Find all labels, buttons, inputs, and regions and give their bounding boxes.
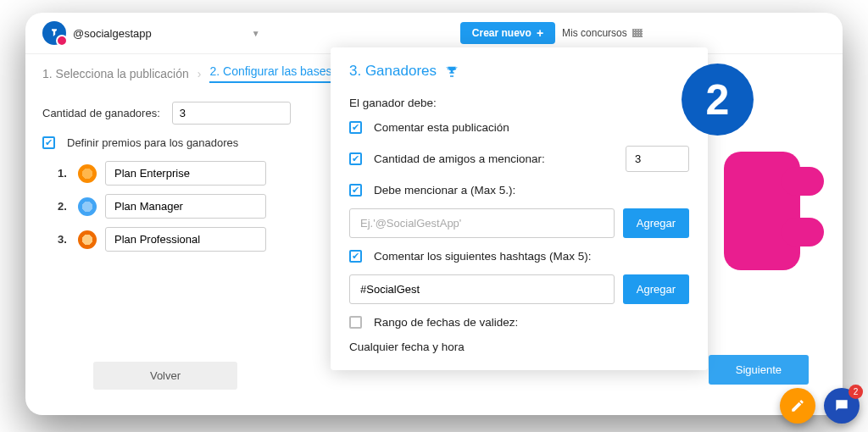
medal-bronze-icon <box>78 230 97 249</box>
grid-icon <box>632 29 643 37</box>
opt-label: Cantidad de amigos a mencionar: <box>374 152 614 165</box>
winners-config: Cantidad de ganadores: Definir premios p… <box>42 102 297 390</box>
app-window: @socialgestapp ▼ Crear nuevo + Mis concu… <box>25 13 843 415</box>
hashtag-input-row: Agregar <box>349 274 689 304</box>
opt-hashtags[interactable]: Comentar los siguientes hashtags (Max 5)… <box>349 250 689 263</box>
trophy-icon <box>445 64 459 78</box>
prize-position: 2. <box>58 200 70 213</box>
back-button[interactable]: Volver <box>93 362 237 390</box>
plus-icon: + <box>537 27 543 39</box>
decorative-shape <box>724 152 800 270</box>
opt-label: Debe mencionar a (Max 5.): <box>374 184 689 197</box>
checkbox-icon[interactable] <box>349 250 362 263</box>
mention-input-row: Agregar <box>349 208 689 238</box>
prize-position: 1. <box>58 167 70 180</box>
friends-count-input[interactable] <box>626 146 689 172</box>
define-prizes-row[interactable]: Definir premios para los ganadores <box>42 136 297 149</box>
prize-name-input[interactable] <box>105 227 266 252</box>
opt-comment-post[interactable]: Comentar esta publicación <box>349 121 689 134</box>
pencil-icon <box>790 398 805 413</box>
winners-qty-input[interactable] <box>172 102 291 125</box>
opt-label: Rango de fechas de validez: <box>374 316 689 329</box>
checkbox-icon[interactable] <box>349 152 362 165</box>
prize-row: 2. <box>58 194 297 219</box>
opt-friends-count: Cantidad de amigos a mencionar: <box>349 146 689 172</box>
mention-input[interactable] <box>349 208 615 238</box>
checkbox-icon[interactable] <box>349 184 362 197</box>
chevron-down-icon: ▼ <box>252 29 260 38</box>
date-range-value: Cualquier fecha y hora <box>349 341 689 353</box>
account-name: @socialgestapp <box>73 27 152 40</box>
checkbox-icon[interactable] <box>42 136 55 149</box>
prize-row: 1. <box>58 161 297 186</box>
winners-qty-row: Cantidad de ganadores: <box>42 102 297 125</box>
create-new-button[interactable]: Crear nuevo + <box>460 22 555 44</box>
prize-row: 3. <box>58 227 297 252</box>
panel-title: 3. Ganadores <box>349 63 689 80</box>
prize-position: 3. <box>58 233 70 246</box>
opt-date-range[interactable]: Rango de fechas de validez: <box>349 316 689 329</box>
my-contests-label: Mis concursos <box>562 27 627 39</box>
top-center-nav: Crear nuevo + Mis concursos <box>460 22 643 44</box>
must-label: El ganador debe: <box>349 97 689 109</box>
notification-badge: 2 <box>849 385 863 399</box>
brand-icon <box>42 21 66 45</box>
step-1[interactable]: 1. Selecciona la publicación <box>42 67 189 80</box>
opt-must-mention[interactable]: Debe mencionar a (Max 5.): <box>349 184 689 197</box>
define-prizes-label: Definir premios para los ganadores <box>67 136 238 149</box>
opt-label: Comentar los siguientes hashtags (Max 5)… <box>374 250 689 263</box>
my-contests-link[interactable]: Mis concursos <box>562 27 643 39</box>
prize-name-input[interactable] <box>105 194 266 219</box>
winners-qty-label: Cantidad de ganadores: <box>42 107 160 119</box>
account-dropdown[interactable]: @socialgestapp ▼ <box>42 21 260 45</box>
winners-rules-panel: 3. Ganadores El ganador debe: Comentar e… <box>331 47 708 370</box>
chat-icon <box>833 397 850 414</box>
panel-title-text: 3. Ganadores <box>349 63 437 80</box>
step-number-badge: 2 <box>682 64 754 136</box>
checkbox-icon[interactable] <box>349 121 362 134</box>
hashtag-input[interactable] <box>349 274 615 304</box>
floating-actions: 2 <box>780 388 860 424</box>
chevron-right-icon: › <box>198 67 202 80</box>
add-mention-button[interactable]: Agregar <box>623 208 689 238</box>
checkbox-icon[interactable] <box>349 316 362 329</box>
edit-fab[interactable] <box>780 388 815 424</box>
chat-fab[interactable]: 2 <box>824 388 860 424</box>
opt-label: Comentar esta publicación <box>374 121 689 134</box>
add-hashtag-button[interactable]: Agregar <box>623 274 689 304</box>
medal-silver-icon <box>78 197 97 216</box>
step-2[interactable]: 2. Configurar las bases <box>209 64 331 83</box>
prizes-list: 1. 2. 3. <box>42 161 297 252</box>
create-new-label: Crear nuevo <box>472 27 531 39</box>
medal-gold-icon <box>78 164 97 183</box>
next-button[interactable]: Siguiente <box>709 355 809 385</box>
prize-name-input[interactable] <box>105 161 266 186</box>
